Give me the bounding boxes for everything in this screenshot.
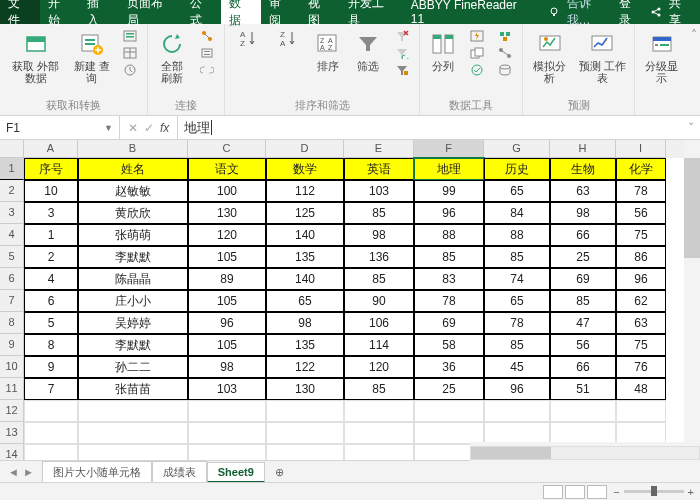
cell[interactable] [484,400,550,422]
name-box[interactable]: F1 ▼ [0,116,120,139]
cell[interactable]: 85 [414,246,484,268]
cell[interactable]: 74 [484,268,550,290]
cell[interactable] [188,422,266,444]
cell[interactable]: 6 [24,290,78,312]
sheet-tab-1[interactable]: 成绩表 [152,461,207,483]
cell[interactable] [616,422,666,444]
tab-developer[interactable]: 开发工具 [340,0,403,24]
forecast-sheet-button[interactable]: 预测 工作表 [576,28,628,86]
select-all-corner[interactable] [0,140,24,158]
cell[interactable]: 75 [616,224,666,246]
cell[interactable]: 136 [344,246,414,268]
cell[interactable]: 庄小小 [78,290,188,312]
cell[interactable]: 56 [616,202,666,224]
cell[interactable]: 98 [188,356,266,378]
sort-az-button[interactable]: AZ [231,28,265,50]
cell[interactable]: 85 [550,290,616,312]
cell[interactable]: 黄欣欣 [78,202,188,224]
cell[interactable]: 98 [344,224,414,246]
cell[interactable]: 75 [616,334,666,356]
cell[interactable]: 5 [24,312,78,334]
cell[interactable]: 65 [484,180,550,202]
cell[interactable]: 98 [266,312,344,334]
cell[interactable]: 47 [550,312,616,334]
cell[interactable]: 历史 [484,158,550,180]
cell[interactable]: 序号 [24,158,78,180]
col-header-C[interactable]: C [188,140,266,158]
cell[interactable]: 105 [188,246,266,268]
col-header-D[interactable]: D [266,140,344,158]
cell[interactable]: 88 [484,224,550,246]
cell[interactable]: 106 [344,312,414,334]
cell[interactable] [550,422,616,444]
cell[interactable]: 85 [344,202,414,224]
sort-za-button[interactable]: ZA [271,28,305,50]
filter-button[interactable]: 筛选 [351,28,385,74]
clear-filter-button[interactable] [391,28,413,44]
cell[interactable]: 63 [616,312,666,334]
sheet-tab-0[interactable]: 图片大小随单元格 [42,461,152,483]
cell[interactable]: 英语 [344,158,414,180]
cell[interactable]: 48 [616,378,666,400]
tab-home[interactable]: 开始 [40,0,80,24]
cell[interactable]: 96 [188,312,266,334]
cell[interactable]: 114 [344,334,414,356]
cell[interactable]: 112 [266,180,344,202]
cell[interactable] [344,400,414,422]
cell[interactable] [414,422,484,444]
cell[interactable]: 140 [266,224,344,246]
cell[interactable]: 25 [550,246,616,268]
cell[interactable]: 张萌萌 [78,224,188,246]
cell[interactable]: 51 [550,378,616,400]
zoom-slider[interactable] [624,490,684,493]
page-break-view-button[interactable] [587,485,607,499]
cell[interactable]: 135 [266,246,344,268]
tab-data[interactable]: 数据 [221,0,261,24]
fx-icon[interactable]: fx [160,121,169,135]
cell[interactable]: 125 [266,202,344,224]
cell[interactable]: 45 [484,356,550,378]
col-header-E[interactable]: E [344,140,414,158]
cell[interactable]: 语文 [188,158,266,180]
cell[interactable] [188,400,266,422]
row-header[interactable]: 4 [0,224,24,246]
row-header[interactable]: 1 [0,158,24,180]
enter-icon[interactable]: ✓ [144,121,154,135]
zoom-out-button[interactable]: − [613,486,619,498]
cell[interactable] [78,400,188,422]
cell[interactable]: 吴婷婷 [78,312,188,334]
cell[interactable]: 生物 [550,158,616,180]
row-header[interactable]: 2 [0,180,24,202]
cell[interactable]: 56 [550,334,616,356]
show-queries-button[interactable] [119,28,141,44]
cell[interactable]: 105 [188,290,266,312]
cell[interactable] [344,422,414,444]
cell[interactable]: 张苗苗 [78,378,188,400]
from-table-button[interactable] [119,45,141,61]
flash-fill-button[interactable] [466,28,488,44]
row-header[interactable]: 8 [0,312,24,334]
new-sheet-button[interactable]: ⊕ [265,463,294,482]
cell[interactable]: 85 [344,378,414,400]
cell[interactable]: 7 [24,378,78,400]
cell[interactable]: 8 [24,334,78,356]
tab-review[interactable]: 审阅 [261,0,301,24]
cell[interactable]: 化学 [616,158,666,180]
cell[interactable]: 36 [414,356,484,378]
cell[interactable]: 103 [188,378,266,400]
cell[interactable] [616,400,666,422]
cell[interactable]: 2 [24,246,78,268]
relationships-button[interactable] [494,45,516,61]
cell[interactable]: 1 [24,224,78,246]
cell[interactable]: 103 [344,180,414,202]
cell[interactable]: 孙二二 [78,356,188,378]
cell[interactable]: 69 [414,312,484,334]
tab-view[interactable]: 视图 [300,0,340,24]
col-header-H[interactable]: H [550,140,616,158]
consolidate-button[interactable] [494,28,516,44]
cell[interactable]: 86 [616,246,666,268]
cell[interactable] [484,422,550,444]
cell[interactable]: 62 [616,290,666,312]
row-header[interactable]: 7 [0,290,24,312]
sheet-tab-2[interactable]: Sheet9 [207,462,265,483]
